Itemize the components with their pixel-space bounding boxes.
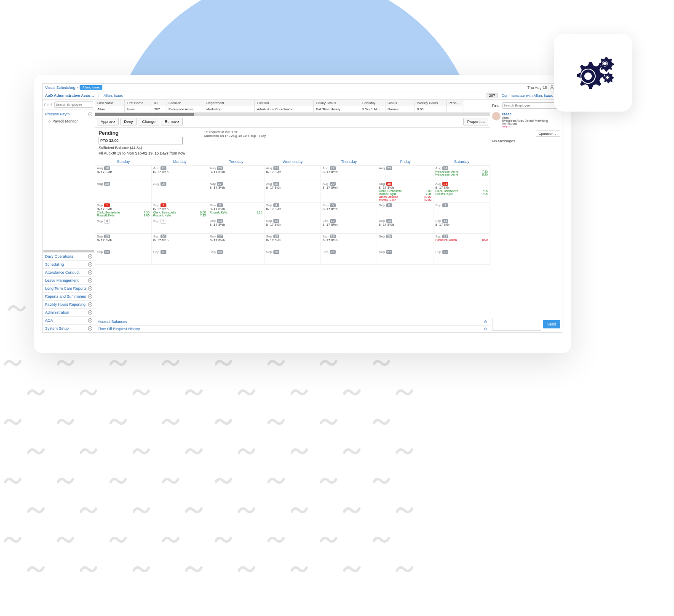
calendar-cell[interactable]: Sep108- 17 8½h: [208, 218, 265, 233]
calendar-cell[interactable]: Aug288- 17 8½h: [265, 181, 321, 202]
search-input-right[interactable]: [502, 102, 560, 109]
calendar-cell[interactable]: Sep23: [152, 249, 208, 264]
calendar-cell[interactable]: Sep24: [208, 249, 265, 264]
calendar-cell[interactable]: Sep128- 17 8½h: [321, 218, 377, 233]
calendar-cell[interactable]: Sep20: [377, 234, 433, 249]
assignment[interactable]: Russell, Kylie7:35: [435, 192, 488, 195]
properties-button[interactable]: Properties: [463, 118, 488, 125]
calendar-cell[interactable]: Aug318- 17 8½hClark, Bernadette7:35Russe…: [433, 181, 490, 202]
sidebar-subitem[interactable]: ○Payroll Monitor: [43, 118, 95, 125]
col-header[interactable]: Position: [255, 100, 314, 106]
calendar-cell[interactable]: Aug26: [152, 181, 208, 202]
assignment[interactable]: Murray, Colin40:00: [379, 198, 431, 201]
col-header[interactable]: Perio…: [447, 100, 463, 106]
col-header[interactable]: Last Name: [95, 100, 125, 106]
calendar-cell[interactable]: Aug23: [377, 165, 433, 181]
col-header[interactable]: Status: [385, 100, 415, 106]
message-input[interactable]: [492, 318, 541, 331]
calendar-cell[interactable]: Sep28- 17 8½hClark, Bernadette0:50Russel…: [152, 203, 208, 218]
calendar-cell[interactable]: Aug298- 17 8½h: [321, 181, 377, 202]
calendar-cell[interactable]: Sep118- 17 8½h: [265, 218, 321, 233]
calendar-cell[interactable]: Sep22: [95, 249, 152, 264]
pto-input[interactable]: [99, 137, 183, 144]
calendar-cell[interactable]: Aug208- 17 8½h: [208, 165, 265, 181]
calendar-cell[interactable]: Sep188- 17 8½h: [265, 234, 321, 249]
assignment[interactable]: Clark, Bernadette7:35: [435, 189, 488, 192]
sidebar-item[interactable]: Leave Management+: [43, 276, 95, 284]
assignment[interactable]: Janes, Jessica40:00: [379, 195, 431, 198]
calendar-cell[interactable]: Aug198- 17 8½h: [152, 165, 208, 181]
sidebar-item[interactable]: Facility Hours Reporting+: [43, 300, 95, 308]
calendar-cell[interactable]: Sep6: [377, 203, 433, 218]
calendar-cell[interactable]: Sep168- 17 8½h: [152, 234, 208, 249]
employee-name[interactable]: Allan, Isaac: [104, 93, 123, 98]
calendar-cell[interactable]: Sep48- 17 8½h: [265, 203, 321, 218]
assignment[interactable]: Russell, Kylie7:35: [379, 192, 431, 195]
calendar-cell[interactable]: Sep18- 17 8½hClark, Bernadette7:35Russel…: [95, 203, 152, 218]
calendar-body[interactable]: Aug188- 17 8½hAug198- 17 8½hAug208- 17 8…: [95, 165, 490, 318]
calendar-cell[interactable]: Sep7: [433, 203, 490, 218]
account-label[interactable]: AoD Administrative Acco…: [45, 93, 94, 98]
calendar-cell[interactable]: Aug218- 17 8½h: [265, 165, 321, 181]
assignment[interactable]: Henderson, Anne7:35: [435, 170, 488, 173]
col-header[interactable]: ID: [152, 100, 166, 106]
calendar-cell[interactable]: Sep138- 17 8½h: [377, 218, 433, 233]
sidebar-item[interactable]: ACA+: [43, 316, 95, 324]
calendar-cell[interactable]: Sep8: [95, 218, 152, 233]
sidebar-item[interactable]: Attendance Conduct+: [43, 268, 95, 276]
approve-button[interactable]: Approve: [97, 118, 119, 125]
calendar-cell[interactable]: Aug188- 17 8½h: [95, 165, 152, 181]
send-button[interactable]: Send: [543, 320, 560, 328]
calendar-cell[interactable]: Aug24Henderson, Anne7:35Henderson, Anne0…: [433, 165, 490, 181]
search-input[interactable]: [54, 101, 93, 108]
breadcrumb-root[interactable]: Visual Scheduling: [45, 85, 75, 90]
assignment[interactable]: Clark, Bernadette0:50: [153, 211, 206, 214]
deny-button[interactable]: Deny: [120, 118, 137, 125]
sidebar-item[interactable]: Administration+: [43, 308, 95, 316]
sidebar-item[interactable]: Process Payroll−: [43, 110, 95, 118]
sidebar-item[interactable]: Scheduling+: [43, 260, 95, 268]
hscroll[interactable]: [95, 113, 490, 116]
col-header[interactable]: Location: [166, 100, 204, 106]
calendar-cell[interactable]: Sep148- 17 8½h: [433, 218, 490, 233]
calendar-cell[interactable]: Sep9: [152, 218, 208, 233]
assignment[interactable]: Russell, Kylie7:35: [153, 214, 206, 217]
calendar-cell[interactable]: Sep27: [377, 249, 433, 264]
breadcrumb-current[interactable]: Allan, Isaac: [80, 85, 102, 90]
accrual-section[interactable]: Accrual Balances ⊖: [95, 318, 490, 325]
calendar-cell[interactable]: Aug25: [95, 181, 152, 202]
col-header[interactable]: Department: [204, 100, 255, 106]
sidebar-item[interactable]: Daily Operations+: [43, 252, 95, 260]
user-icon[interactable]: [550, 85, 554, 90]
employee-card[interactable]: Isaac Allan Evergreen Acres Default Mark…: [492, 112, 560, 128]
change-button[interactable]: Change: [139, 118, 160, 125]
sidebar-item[interactable]: Reports and Summaries+: [43, 292, 95, 300]
calendar-cell[interactable]: Sep158- 17 8½h: [95, 234, 152, 249]
calendar-cell[interactable]: Aug308- 17 8½hClark, Bernadette8:00Russe…: [377, 181, 433, 202]
assignment[interactable]: Clark, Bernadette8:00: [379, 189, 431, 192]
calendar-cell[interactable]: Sep198- 17 8½h: [321, 234, 377, 249]
calendar-cell[interactable]: Sep25: [265, 249, 321, 264]
calendar-cell[interactable]: Sep26: [321, 249, 377, 264]
assignment[interactable]: Russell, Kylie1:15: [210, 211, 262, 214]
communicate-link[interactable]: Communicate with Allan, Isaac: [501, 93, 553, 98]
col-header[interactable]: Hourly Status: [314, 100, 360, 106]
calendar-cell[interactable]: Aug228- 17 8½h: [321, 165, 377, 181]
calendar-cell[interactable]: Sep58- 17 8½h: [321, 203, 377, 218]
col-header[interactable]: Seniority: [360, 100, 385, 106]
calendar-cell[interactable]: Aug278- 17 8½h: [208, 181, 265, 202]
sidebar-item[interactable]: Long Term Care Reports+: [43, 284, 95, 292]
sidebar-item[interactable]: System Setup+: [43, 324, 95, 332]
remove-button[interactable]: Remove: [161, 118, 183, 125]
assignment[interactable]: Russell, Kylie8:00: [97, 214, 150, 217]
calendar-cell[interactable]: Sep178- 17 8½h: [208, 234, 265, 249]
history-section[interactable]: Time Off Request History ⊖: [95, 325, 490, 332]
calendar-cell[interactable]: Sep21Hardacre, Diana8:00: [433, 234, 490, 249]
col-header[interactable]: First Name: [125, 100, 152, 106]
assignment[interactable]: Hardacre, Diana8:00: [435, 238, 488, 241]
calendar-cell[interactable]: Sep38- 17 8½hRussell, Kylie1:15: [208, 203, 265, 218]
assignment[interactable]: Clark, Bernadette7:35: [97, 211, 150, 214]
col-header[interactable]: Weekly Hours: [415, 100, 447, 106]
operation-dropdown[interactable]: Operation ⌄: [536, 131, 560, 137]
assignment[interactable]: Henderson, Anne0:25: [435, 173, 488, 176]
